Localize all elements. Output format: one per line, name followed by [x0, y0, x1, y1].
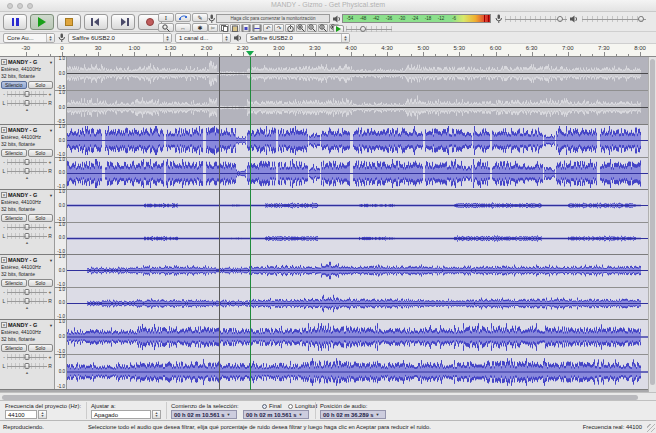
draw-tool-button[interactable]: ✎: [192, 13, 208, 22]
collapse-track-icon[interactable]: ▲: [1, 240, 53, 246]
solo-button[interactable]: Solo: [28, 344, 54, 352]
skip-end-button[interactable]: [111, 14, 135, 30]
collapse-track-icon[interactable]: ▲: [1, 107, 53, 113]
waveform-area[interactable]: [67, 355, 648, 389]
waveform-area[interactable]: [67, 320, 648, 354]
waveform-canvas[interactable]: [67, 91, 648, 124]
timeshift-tool-button[interactable]: ↔: [175, 23, 191, 32]
waveform-canvas[interactable]: [67, 355, 648, 389]
track-menu-icon[interactable]: ▼: [49, 128, 53, 133]
waveform-canvas[interactable]: [67, 158, 648, 189]
snap-stepper[interactable]: ▲▼: [152, 410, 161, 419]
recording-channels-select[interactable]: 1 canal d...▲▼: [175, 33, 231, 43]
selection-tool-button[interactable]: I: [158, 13, 174, 22]
pan-slider-thumb[interactable]: [25, 298, 30, 304]
pan-slider[interactable]: L R: [1, 166, 53, 175]
pan-slider-thumb[interactable]: [25, 363, 30, 369]
track-control-panel[interactable]: × MANDY - G ▼ Estéreo, 44100Hz 32 bits, …: [0, 57, 55, 124]
play-button[interactable]: [30, 14, 54, 30]
project-rate-input[interactable]: 44100: [5, 410, 37, 419]
track-control-panel[interactable]: × MANDY - G ▼ Estéreo, 44100Hz 32 bits, …: [0, 125, 55, 189]
vertical-scale-ruler[interactable]: 1.00.0-1.0: [55, 255, 67, 287]
speed-slider-thumb[interactable]: [360, 26, 366, 32]
gain-slider[interactable]: - +: [1, 287, 53, 296]
resize-grip[interactable]: [647, 424, 655, 432]
audio-host-select[interactable]: Core Au...▲▼: [3, 33, 55, 43]
vertical-scale-ruler[interactable]: 1.00.0-1.0: [55, 355, 67, 389]
collapse-track-icon[interactable]: ▲: [1, 175, 53, 181]
audio-position-field[interactable]: 00 h 02 m 36.289 s▼: [320, 410, 386, 419]
waveform-area[interactable]: [67, 255, 648, 287]
pan-slider[interactable]: L R: [1, 231, 53, 240]
multi-tool-button[interactable]: ✱: [192, 23, 208, 32]
playback-volume-slider[interactable]: [582, 15, 646, 23]
mute-button[interactable]: Silencio: [1, 279, 27, 287]
vertical-scale-ruler[interactable]: 1.00.0-0.5: [55, 91, 67, 124]
gain-slider-thumb[interactable]: [25, 354, 30, 360]
zoom-in-button[interactable]: [296, 24, 306, 32]
waveform-canvas[interactable]: [67, 288, 648, 319]
close-track-icon[interactable]: ×: [1, 192, 7, 198]
solo-button[interactable]: Solo: [28, 149, 54, 157]
recording-device-select[interactable]: Saffire 6USB2.0▲▼: [68, 33, 172, 43]
vertical-scale-ruler[interactable]: 1.00.0-1.0: [55, 223, 67, 255]
solo-button[interactable]: Solo: [28, 214, 54, 222]
pause-button[interactable]: [3, 14, 27, 30]
playback-device-select[interactable]: Saffire 6USB2.0▲▼: [246, 33, 350, 43]
horizontal-scrollbar-thumb[interactable]: [2, 395, 638, 400]
recording-volume-slider[interactable]: [505, 15, 567, 23]
track-name[interactable]: MANDY - G: [8, 257, 48, 263]
mute-button[interactable]: Silencio: [1, 214, 27, 222]
vertical-scale-ruler[interactable]: 1.00.0-1.0: [55, 158, 67, 190]
envelope-tool-button[interactable]: [175, 13, 191, 22]
gain-slider[interactable]: - +: [1, 157, 53, 166]
close-track-icon[interactable]: ×: [1, 322, 7, 328]
vertical-scale-ruler[interactable]: 1.00.0-1.0: [55, 190, 67, 222]
recording-meter-toolbar[interactable]: Haga clic para comenzar la monitorizació…: [208, 14, 330, 23]
waveform-area[interactable]: [67, 190, 648, 222]
waveform-canvas[interactable]: [67, 320, 648, 354]
selection-end-field[interactable]: 00 h 02 m 10.561 s▼: [243, 410, 309, 419]
gain-slider-thumb[interactable]: [25, 224, 30, 230]
chevron-down-icon[interactable]: ▼: [299, 412, 303, 417]
close-track-icon[interactable]: ×: [1, 59, 7, 65]
chevron-down-icon[interactable]: ▼: [227, 412, 231, 417]
playback-meter-toolbar[interactable]: -54-48-42-36-30-24-18-12-6: [333, 14, 491, 23]
collapse-track-icon[interactable]: ▲: [1, 305, 53, 311]
pan-slider-thumb[interactable]: [25, 168, 30, 174]
radio-length[interactable]: Longitud: [288, 403, 317, 409]
rate-stepper[interactable]: ▲▼: [38, 410, 47, 419]
mute-button[interactable]: Silencio: [1, 149, 27, 157]
track-control-panel[interactable]: × MANDY - G ▼ Estéreo, 44100Hz 32 bits, …: [0, 190, 55, 254]
gain-slider[interactable]: - +: [1, 89, 53, 98]
track-name[interactable]: MANDY - G: [8, 127, 48, 133]
vertical-scale-ruler[interactable]: 1.00.0-1.0: [55, 320, 67, 354]
chevron-down-icon[interactable]: ▼: [376, 412, 380, 417]
radio-end[interactable]: Final: [262, 403, 282, 409]
mute-button[interactable]: Silencio: [1, 344, 27, 352]
horizontal-scrollbar[interactable]: [0, 392, 656, 401]
close-track-icon[interactable]: ×: [1, 257, 7, 263]
fit-selection-button[interactable]: [318, 24, 328, 32]
waveform-canvas[interactable]: [67, 57, 648, 90]
gain-slider[interactable]: - +: [1, 222, 53, 231]
waveform-area[interactable]: [67, 158, 648, 190]
waveform-canvas[interactable]: [67, 190, 648, 221]
solo-button[interactable]: Solo: [28, 279, 54, 287]
playback-meter[interactable]: -54-48-42-36-30-24-18-12-6: [342, 14, 491, 23]
stop-button[interactable]: [57, 14, 81, 30]
close-track-icon[interactable]: ×: [1, 127, 7, 133]
silence-button[interactable]: [252, 24, 262, 32]
waveform-area[interactable]: [67, 288, 648, 320]
paste-button[interactable]: [230, 24, 240, 32]
pan-slider[interactable]: L R: [1, 361, 53, 370]
selection-start-field[interactable]: 00 h 02 m 10.561 s▼: [171, 410, 237, 419]
zoom-out-button[interactable]: [307, 24, 317, 32]
sync-lock-button[interactable]: [285, 24, 295, 32]
recording-meter[interactable]: Haga clic para comenzar la monitorizació…: [216, 14, 330, 23]
pan-slider-thumb[interactable]: [25, 233, 30, 239]
vertical-scrollbar[interactable]: [648, 57, 656, 392]
undo-button[interactable]: ↶: [263, 24, 273, 32]
gain-slider-thumb[interactable]: [25, 91, 30, 97]
vertical-scale-ruler[interactable]: 1.00.0-1.0: [55, 125, 67, 157]
